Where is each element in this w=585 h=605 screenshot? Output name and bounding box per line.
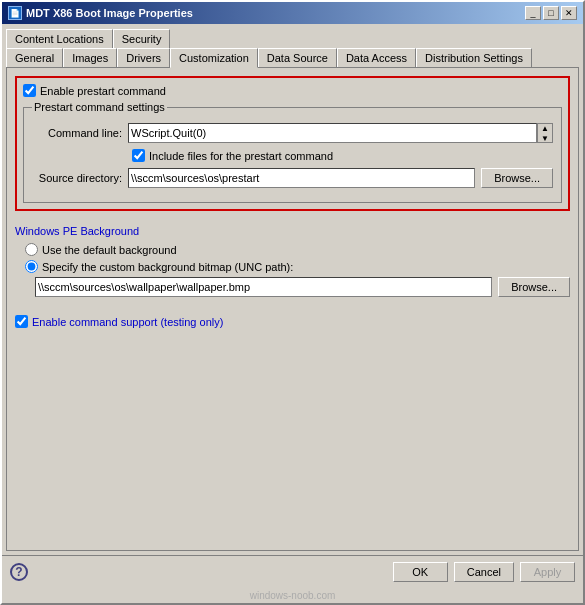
- custom-path-input[interactable]: [35, 277, 492, 297]
- close-button[interactable]: ✕: [561, 6, 577, 20]
- default-background-label: Use the default background: [42, 244, 177, 256]
- window-icon: 📄: [8, 6, 22, 20]
- include-files-checkbox[interactable]: [132, 149, 145, 162]
- main-window: 📄 MDT X86 Boot Image Properties _ □ ✕ Co…: [0, 0, 585, 605]
- command-line-input[interactable]: [128, 123, 537, 143]
- tab-content-locations[interactable]: Content Locations: [6, 29, 113, 48]
- bottom-bar: ? OK Cancel Apply: [2, 555, 583, 588]
- background-section: Windows PE Background Use the default ba…: [15, 221, 570, 305]
- maximize-button[interactable]: □: [543, 6, 559, 20]
- default-background-radio[interactable]: [25, 243, 38, 256]
- tab-distribution-settings[interactable]: Distribution Settings: [416, 48, 532, 68]
- tab-customization[interactable]: Customization: [170, 48, 258, 68]
- help-button[interactable]: ?: [10, 563, 28, 581]
- command-support-label: Enable command support (testing only): [32, 316, 223, 328]
- source-dir-browse-button[interactable]: Browse...: [481, 168, 553, 188]
- command-line-row: Command line: ▲ ▼: [32, 123, 553, 143]
- command-line-scrollbar: ▲ ▼: [537, 123, 553, 143]
- source-dir-label: Source directory:: [32, 172, 122, 184]
- custom-background-radio[interactable]: [25, 260, 38, 273]
- title-bar: 📄 MDT X86 Boot Image Properties _ □ ✕: [2, 2, 583, 24]
- tab-drivers[interactable]: Drivers: [117, 48, 170, 68]
- title-bar-left: 📄 MDT X86 Boot Image Properties: [8, 6, 193, 20]
- prestart-section: Enable prestart command Prestart command…: [15, 76, 570, 211]
- custom-background-label: Specify the custom background bitmap (UN…: [42, 261, 293, 273]
- tab-security[interactable]: Security: [113, 29, 171, 48]
- default-background-row: Use the default background: [25, 243, 570, 256]
- title-buttons: _ □ ✕: [525, 6, 577, 20]
- prestart-settings-legend: Prestart command settings: [32, 101, 167, 113]
- scroll-down-arrow: ▼: [541, 134, 549, 144]
- window-content: Content Locations Security General Image…: [2, 24, 583, 555]
- tab-general[interactable]: General: [6, 48, 63, 68]
- custom-path-row: Browse...: [35, 277, 570, 297]
- command-line-label: Command line:: [32, 127, 122, 139]
- minimize-button[interactable]: _: [525, 6, 541, 20]
- apply-button[interactable]: Apply: [520, 562, 575, 582]
- cancel-button[interactable]: Cancel: [454, 562, 514, 582]
- enable-prestart-row: Enable prestart command: [23, 84, 562, 97]
- include-files-label: Include files for the prestart command: [149, 150, 333, 162]
- source-dir-row: Source directory: Browse...: [32, 168, 553, 188]
- enable-prestart-label: Enable prestart command: [40, 85, 166, 97]
- background-section-title: Windows PE Background: [15, 225, 570, 237]
- command-support-row: Enable command support (testing only): [15, 315, 570, 328]
- include-files-row: Include files for the prestart command: [132, 149, 553, 162]
- ok-button[interactable]: OK: [393, 562, 448, 582]
- tab-data-access[interactable]: Data Access: [337, 48, 416, 68]
- command-input-container: ▲ ▼: [128, 123, 553, 143]
- custom-background-row: Specify the custom background bitmap (UN…: [25, 260, 570, 273]
- window-title: MDT X86 Boot Image Properties: [26, 7, 193, 19]
- background-browse-button[interactable]: Browse...: [498, 277, 570, 297]
- prestart-settings-fieldset: Prestart command settings Command line: …: [23, 101, 562, 203]
- tab-data-source[interactable]: Data Source: [258, 48, 337, 68]
- scroll-up-arrow: ▲: [541, 124, 549, 134]
- command-support-checkbox[interactable]: [15, 315, 28, 328]
- bottom-buttons: OK Cancel Apply: [393, 562, 575, 582]
- top-tab-row: Content Locations Security: [6, 28, 579, 47]
- watermark: windows-noob.com: [2, 588, 583, 603]
- enable-prestart-checkbox[interactable]: [23, 84, 36, 97]
- tab-images[interactable]: Images: [63, 48, 117, 68]
- main-tab-row: General Images Drivers Customization Dat…: [6, 47, 579, 67]
- source-dir-input[interactable]: [128, 168, 475, 188]
- tab-panel-customization: Enable prestart command Prestart command…: [6, 67, 579, 551]
